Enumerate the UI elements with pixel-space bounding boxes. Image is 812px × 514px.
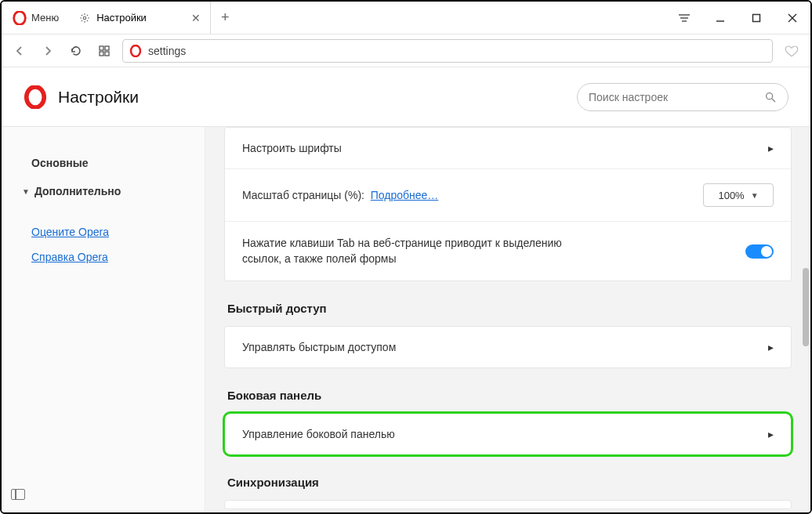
sidebar-item-label: Дополнительно [34,185,121,197]
gear-icon [79,13,90,24]
toolbar [2,34,810,67]
chevron-right-icon: ▸ [768,428,774,440]
row-label: Управление боковой панелью [242,428,395,440]
page-header: Настройки [2,67,810,127]
scrollbar-thumb[interactable] [803,268,809,346]
minimize-button[interactable] [702,2,738,34]
sync-card-partial [224,500,792,509]
chevron-down-icon: ▼ [22,187,30,196]
sidebar-link-rate[interactable]: Оцените Opera [17,219,189,244]
settings-page: Настройки Основные ▼ Дополнительно Оцени… [2,67,810,512]
maximize-button[interactable] [738,2,774,34]
menu-button[interactable]: Меню [2,2,70,34]
bookmark-button[interactable] [781,44,803,58]
tab-focus-row: Нажатие клавиши Tab на веб-странице прив… [225,221,791,281]
svg-rect-12 [105,52,109,56]
manage-sidebar-row[interactable]: Управление боковой панелью ▸ [225,414,791,454]
panel-toggle-icon[interactable] [11,489,25,500]
chevron-down-icon: ▼ [751,191,759,200]
row-label: Масштаб страницы (%): [242,189,364,201]
opera-logo-icon [13,11,27,25]
sidebar-card: Управление боковой панелью ▸ [224,413,792,455]
browser-window: Меню Настройки ✕ + [0,0,812,514]
svg-line-16 [772,99,775,102]
page-title: Настройки [58,88,139,107]
section-title-sidebar: Боковая панель [227,389,792,402]
zoom-more-link[interactable]: Подробнее… [371,189,439,201]
svg-point-15 [767,92,773,99]
sidebar-item-advanced[interactable]: ▼ Дополнительно [17,177,189,205]
sidebar-link-help[interactable]: Справка Opera [17,244,189,270]
section-title-sync: Синхронизация [227,476,792,489]
opera-favicon-icon [129,45,142,57]
section-title-speed-dial: Быстрый доступ [227,302,792,315]
sidebar-item-basic[interactable]: Основные [17,149,189,177]
easy-setup-button[interactable] [666,2,702,34]
forward-button[interactable] [38,41,58,61]
chevron-right-icon: ▸ [768,341,774,353]
appearance-card: Настроить шрифты ▸ Масштаб страницы (%):… [224,127,792,281]
window-controls [666,2,810,34]
close-window-button[interactable] [774,2,810,34]
row-label: Настроить шрифты [242,142,342,154]
titlebar: Меню Настройки ✕ + [2,2,810,34]
back-button[interactable] [9,41,30,61]
settings-search-input[interactable] [589,91,764,103]
tab-focus-toggle[interactable] [745,244,774,259]
fonts-row[interactable]: Настроить шрифты ▸ [225,128,791,168]
svg-point-1 [83,16,86,20]
settings-search[interactable] [577,83,788,111]
tab-settings[interactable]: Настройки ✕ [70,2,211,34]
content-area: Настройки Основные ▼ Дополнительно Оцени… [2,67,810,512]
chevron-right-icon: ▸ [768,142,774,154]
svg-rect-10 [105,46,109,50]
row-label: Нажатие клавиши Tab на веб-странице прив… [242,236,603,266]
settings-main: Настроить шрифты ▸ Масштаб страницы (%):… [205,127,810,512]
svg-point-13 [131,45,140,56]
address-input[interactable] [148,45,766,57]
reload-button[interactable] [66,41,86,61]
tab-title: Настройки [96,12,147,24]
opera-logo-icon [24,85,47,109]
settings-sidebar: Основные ▼ Дополнительно Оцените Opera С… [2,127,205,512]
speed-dial-card: Управлять быстрым доступом ▸ [224,326,792,368]
speed-dial-button[interactable] [94,41,114,61]
svg-point-14 [27,86,45,107]
zoom-row: Масштаб страницы (%): Подробнее… 100% ▼ [225,168,791,221]
svg-point-0 [14,11,26,24]
menu-label: Меню [31,12,59,24]
row-label: Управлять быстрым доступом [242,341,396,353]
search-icon [764,91,777,103]
zoom-select[interactable]: 100% ▼ [703,183,774,207]
zoom-value: 100% [718,190,744,201]
address-bar[interactable] [122,39,773,63]
manage-speed-dial-row[interactable]: Управлять быстрым доступом ▸ [225,327,791,367]
page-body: Основные ▼ Дополнительно Оцените Opera С… [2,127,810,512]
svg-rect-6 [753,14,760,21]
tab-close-button[interactable]: ✕ [191,12,201,24]
svg-rect-11 [100,52,103,56]
new-tab-button[interactable]: + [211,2,239,34]
svg-rect-9 [100,46,103,50]
